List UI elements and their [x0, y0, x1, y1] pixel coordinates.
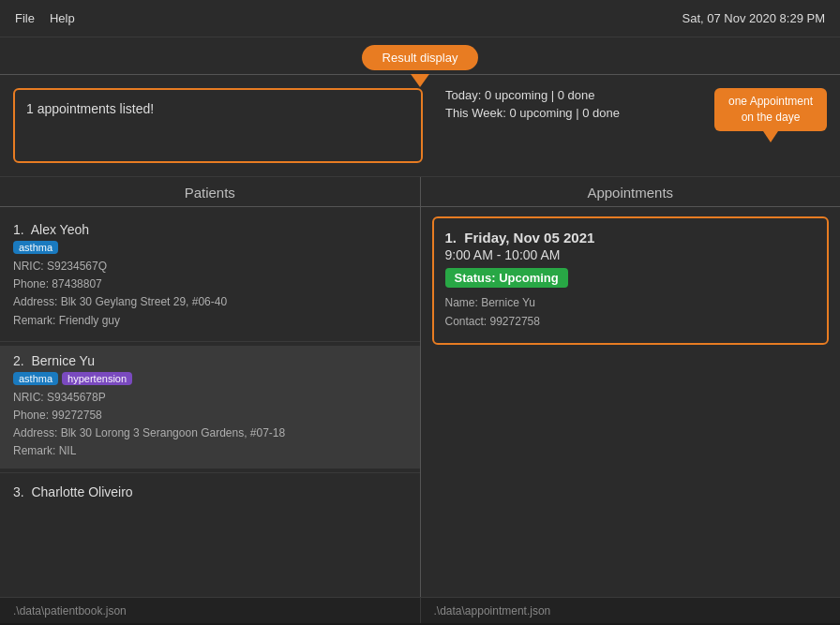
patient-1-detail: NRIC: S9234567Q Phone: 87438807 Address:…	[13, 258, 407, 330]
patient-1-name: 1. Alex Yeoh	[13, 222, 407, 237]
appt-1-time: 9:00 AM - 10:00 AM	[445, 247, 817, 262]
appointments-listed-text: 1 appointments listed!	[26, 101, 154, 116]
patient-item-1[interactable]: 1. Alex Yeoh asthma NRIC: S9234567Q Phon…	[0, 215, 420, 337]
patient-1-tags: asthma	[13, 241, 407, 254]
patients-list[interactable]: 1. Alex Yeoh asthma NRIC: S9234567Q Phon…	[0, 207, 420, 597]
main-content: 1 appointments listed! Today: 0 upcoming…	[0, 75, 840, 623]
tooltip-text: one Appointment on the daye	[728, 95, 813, 124]
appt-1-day: 1. Friday, Nov 05 2021	[445, 230, 817, 246]
patient-2-name: 2. Bernice Yu	[13, 353, 407, 368]
patient-2-detail: NRIC: S9345678P Phone: 99272758 Address:…	[13, 389, 407, 461]
menu-file[interactable]: File	[15, 11, 35, 25]
status-appointment-file: .\data\appointment.json	[421, 598, 841, 623]
status-patient-file: .\data\patientbook.json	[0, 598, 421, 623]
tag-hypertension-2: hypertension	[62, 372, 132, 385]
patients-panel: Patients 1. Alex Yeoh asthma NRIC: S9234…	[0, 177, 421, 597]
panels: Patients 1. Alex Yeoh asthma NRIC: S9234…	[0, 177, 840, 597]
result-display-arrow	[411, 74, 429, 87]
tooltip-box: one Appointment on the daye	[714, 88, 827, 131]
status-bar: .\data\patientbook.json .\data\appointme…	[0, 597, 840, 623]
title-bar: File Help Sat, 07 Nov 2020 8:29 PM	[0, 0, 840, 37]
tag-asthma-1: asthma	[13, 241, 58, 254]
appt-1-status: Status: Upcoming	[445, 268, 568, 288]
appointments-panel: Appointments 1. Friday, Nov 05 2021 9:00…	[421, 177, 841, 597]
appointment-card-1: 1. Friday, Nov 05 2021 9:00 AM - 10:00 A…	[432, 216, 830, 345]
tooltip-arrow	[763, 131, 778, 142]
appt-1-detail: Name: Bernice Yu Contact: 99272758	[445, 293, 817, 332]
datetime-display: Sat, 07 Nov 2020 8:29 PM	[682, 11, 825, 25]
appointments-panel-header: Appointments	[421, 177, 841, 207]
stats-box: Today: 0 upcoming | 0 done This Week: 0 …	[434, 75, 840, 176]
appointments-list: 1. Friday, Nov 05 2021 9:00 AM - 10:00 A…	[421, 207, 841, 597]
patients-panel-header: Patients	[0, 177, 420, 207]
patient-item-3[interactable]: 3. Charlotte Oliveiro	[0, 477, 420, 511]
menu-bar: File Help	[15, 11, 75, 25]
patient-item-2[interactable]: 2. Bernice Yu asthma hypertension NRIC: …	[0, 346, 420, 469]
result-display-wrapper: Result display	[0, 37, 840, 74]
tag-asthma-2: asthma	[13, 372, 58, 385]
appointments-listed-box: 1 appointments listed!	[13, 88, 423, 163]
info-bar: 1 appointments listed! Today: 0 upcoming…	[0, 75, 840, 177]
menu-help[interactable]: Help	[50, 11, 75, 25]
patient-2-tags: asthma hypertension	[13, 372, 407, 385]
result-display-button[interactable]: Result display	[362, 45, 479, 70]
patient-3-name: 3. Charlotte Oliveiro	[13, 484, 407, 499]
